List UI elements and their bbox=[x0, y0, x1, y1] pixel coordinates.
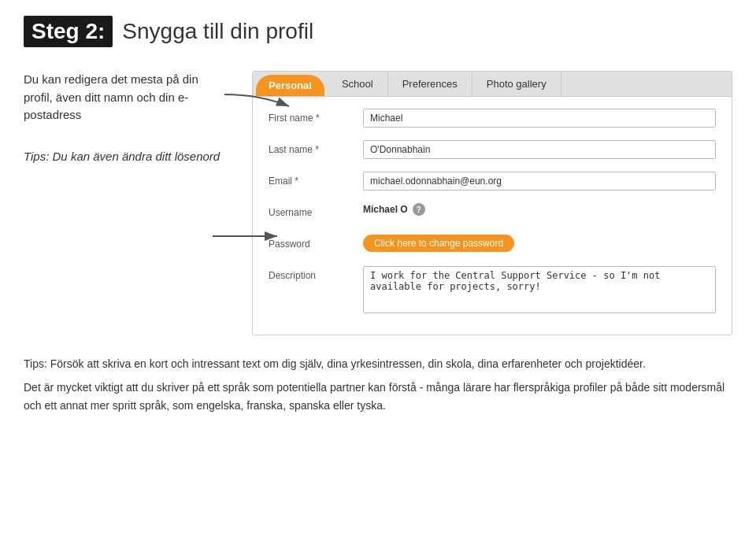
change-password-button[interactable]: Click here to change password bbox=[363, 235, 514, 252]
last-name-row: Last name * bbox=[269, 140, 716, 162]
description-label: Description bbox=[269, 266, 363, 281]
step-label: Steg 2: bbox=[24, 16, 113, 47]
email-value-container bbox=[363, 172, 716, 191]
password-row: Password Click here to change password bbox=[269, 235, 716, 257]
tab-preferences[interactable]: Preferences bbox=[388, 72, 472, 96]
form-area: First name * Last name * Email * bbox=[253, 97, 732, 335]
tip-block: Tips: Du kan även ändra ditt lösenord bbox=[24, 148, 228, 166]
tab-preferences-label: Preferences bbox=[402, 78, 458, 90]
last-name-value-container bbox=[363, 140, 716, 159]
username-value-container: Michael O ? bbox=[363, 203, 716, 216]
last-name-label: Last name * bbox=[269, 140, 363, 155]
username-label: Username bbox=[269, 203, 363, 218]
username-row: Username Michael O ? bbox=[269, 203, 716, 225]
info-icon[interactable]: ? bbox=[413, 203, 425, 216]
email-label: Email * bbox=[269, 172, 363, 187]
tip-text: Tips: Du kan även ändra ditt lösenord bbox=[24, 148, 228, 166]
left-panel: Du kan redigera det mesta på din profil,… bbox=[24, 71, 244, 335]
description-input[interactable]: I work for the Central Support Service -… bbox=[363, 266, 716, 313]
email-input[interactable] bbox=[363, 172, 716, 191]
intro-block: Du kan redigera det mesta på din profil,… bbox=[24, 71, 228, 124]
bottom-text: Tips: Försök att skriva en kort och intr… bbox=[24, 355, 732, 414]
tab-photo-gallery[interactable]: Photo gallery bbox=[472, 72, 561, 96]
arrow2-icon bbox=[213, 220, 284, 252]
username-text: Michael O bbox=[363, 204, 408, 215]
bottom-tip2: Det är mycket viktigt att du skriver på … bbox=[24, 379, 732, 414]
arrow1-icon bbox=[224, 87, 295, 126]
tab-bar: Personal School Preferences Photo galler… bbox=[253, 72, 732, 97]
profile-form-panel: Personal School Preferences Photo galler… bbox=[252, 71, 732, 335]
email-row: Email * bbox=[269, 172, 716, 194]
bottom-tip1: Tips: Försök att skriva en kort och intr… bbox=[24, 355, 732, 372]
first-name-value-container bbox=[363, 109, 716, 128]
page: Steg 2: Snygga till din profil Du kan re… bbox=[0, 0, 756, 555]
description-row: Description I work for the Central Suppo… bbox=[269, 266, 716, 313]
tab-photo-gallery-label: Photo gallery bbox=[487, 78, 547, 90]
first-name-row: First name * bbox=[269, 109, 716, 131]
first-name-input[interactable] bbox=[363, 109, 716, 128]
last-name-input[interactable] bbox=[363, 140, 716, 159]
page-header: Steg 2: Snygga till din profil bbox=[24, 16, 732, 47]
username-display: Michael O ? bbox=[363, 203, 716, 216]
tab-school[interactable]: School bbox=[328, 72, 388, 96]
tab-school-label: School bbox=[342, 78, 373, 90]
password-value-container: Click here to change password bbox=[363, 235, 716, 252]
intro-text: Du kan redigera det mesta på din profil,… bbox=[24, 71, 228, 124]
description-value-container: I work for the Central Support Service -… bbox=[363, 266, 716, 313]
page-title: Snygga till din profil bbox=[122, 19, 313, 44]
profile-section: Du kan redigera det mesta på din profil,… bbox=[24, 71, 732, 335]
